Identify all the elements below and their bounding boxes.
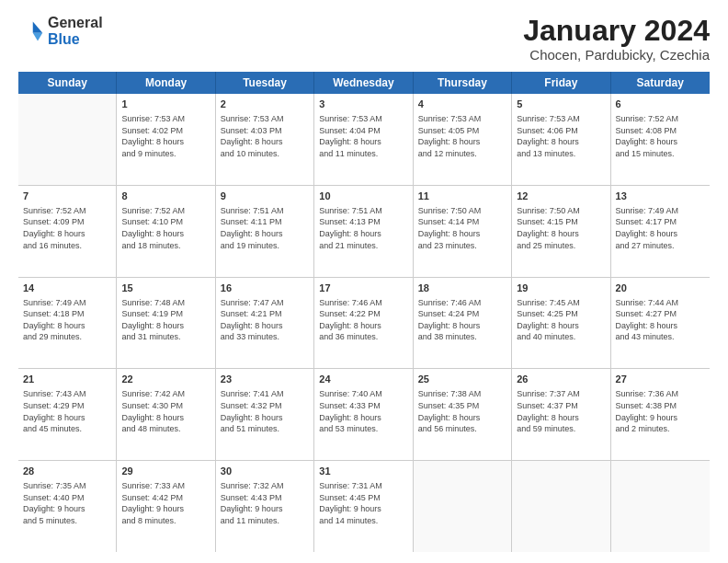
- calendar-header: SundayMondayTuesdayWednesdayThursdayFrid…: [18, 72, 710, 94]
- day-number-23: 23: [221, 373, 309, 386]
- day-info-2: Sunrise: 7:53 AM Sunset: 4:03 PM Dayligh…: [221, 113, 309, 159]
- day-number-1: 1: [121, 98, 210, 111]
- week-row-5: 28Sunrise: 7:35 AM Sunset: 4:40 PM Dayli…: [18, 461, 710, 552]
- day-info-14: Sunrise: 7:49 AM Sunset: 4:18 PM Dayligh…: [23, 297, 111, 343]
- day-cell-25: 25Sunrise: 7:38 AM Sunset: 4:35 PM Dayli…: [414, 369, 512, 460]
- day-number-17: 17: [319, 282, 407, 295]
- day-number-12: 12: [517, 190, 605, 203]
- svg-marker-0: [33, 21, 43, 32]
- day-cell-23: 23Sunrise: 7:41 AM Sunset: 4:32 PM Dayli…: [216, 369, 314, 460]
- empty-cell-4-6: [611, 461, 710, 552]
- day-cell-27: 27Sunrise: 7:36 AM Sunset: 4:38 PM Dayli…: [611, 369, 710, 460]
- day-cell-20: 20Sunrise: 7:44 AM Sunset: 4:27 PM Dayli…: [611, 278, 710, 369]
- day-cell-29: 29Sunrise: 7:33 AM Sunset: 4:42 PM Dayli…: [117, 461, 215, 552]
- day-number-15: 15: [121, 282, 210, 295]
- day-cell-28: 28Sunrise: 7:35 AM Sunset: 4:40 PM Dayli…: [18, 461, 117, 552]
- day-info-11: Sunrise: 7:50 AM Sunset: 4:14 PM Dayligh…: [418, 205, 506, 251]
- day-info-20: Sunrise: 7:44 AM Sunset: 4:27 PM Dayligh…: [616, 297, 705, 343]
- day-info-7: Sunrise: 7:52 AM Sunset: 4:09 PM Dayligh…: [23, 205, 111, 251]
- logo-general-text: General: [48, 15, 103, 31]
- day-number-20: 20: [616, 282, 705, 295]
- day-cell-11: 11Sunrise: 7:50 AM Sunset: 4:14 PM Dayli…: [414, 186, 512, 277]
- header-day-sunday: Sunday: [18, 72, 117, 94]
- day-number-16: 16: [221, 282, 309, 295]
- header-day-thursday: Thursday: [414, 72, 512, 94]
- day-cell-21: 21Sunrise: 7:43 AM Sunset: 4:29 PM Dayli…: [18, 369, 117, 460]
- day-cell-10: 10Sunrise: 7:51 AM Sunset: 4:13 PM Dayli…: [314, 186, 413, 277]
- day-number-3: 3: [319, 98, 407, 111]
- day-number-4: 4: [418, 98, 506, 111]
- day-cell-16: 16Sunrise: 7:47 AM Sunset: 4:21 PM Dayli…: [216, 278, 314, 369]
- day-number-18: 18: [418, 282, 506, 295]
- day-cell-3: 3Sunrise: 7:53 AM Sunset: 4:04 PM Daylig…: [314, 94, 413, 185]
- day-number-26: 26: [517, 373, 605, 386]
- day-cell-18: 18Sunrise: 7:46 AM Sunset: 4:24 PM Dayli…: [414, 278, 512, 369]
- day-info-4: Sunrise: 7:53 AM Sunset: 4:05 PM Dayligh…: [418, 113, 506, 159]
- calendar: SundayMondayTuesdayWednesdayThursdayFrid…: [18, 72, 710, 552]
- day-cell-15: 15Sunrise: 7:48 AM Sunset: 4:19 PM Dayli…: [117, 278, 215, 369]
- day-number-14: 14: [23, 282, 111, 295]
- day-info-19: Sunrise: 7:45 AM Sunset: 4:25 PM Dayligh…: [517, 297, 605, 343]
- day-number-30: 30: [221, 465, 309, 478]
- day-number-24: 24: [319, 373, 407, 386]
- sub-title: Chocen, Pardubicky, Czechia: [523, 47, 710, 63]
- day-info-9: Sunrise: 7:51 AM Sunset: 4:11 PM Dayligh…: [221, 205, 309, 251]
- day-info-31: Sunrise: 7:31 AM Sunset: 4:45 PM Dayligh…: [319, 480, 407, 526]
- day-number-11: 11: [418, 190, 506, 203]
- day-info-27: Sunrise: 7:36 AM Sunset: 4:38 PM Dayligh…: [616, 388, 705, 434]
- calendar-body: 1Sunrise: 7:53 AM Sunset: 4:02 PM Daylig…: [18, 94, 710, 552]
- day-cell-14: 14Sunrise: 7:49 AM Sunset: 4:18 PM Dayli…: [18, 278, 117, 369]
- week-row-1: 1Sunrise: 7:53 AM Sunset: 4:02 PM Daylig…: [18, 94, 710, 186]
- header-day-monday: Monday: [117, 72, 215, 94]
- title-block: January 2024 Chocen, Pardubicky, Czechia: [523, 15, 710, 63]
- day-cell-19: 19Sunrise: 7:45 AM Sunset: 4:25 PM Dayli…: [512, 278, 610, 369]
- week-row-4: 21Sunrise: 7:43 AM Sunset: 4:29 PM Dayli…: [18, 369, 710, 461]
- day-number-31: 31: [319, 465, 407, 478]
- day-cell-30: 30Sunrise: 7:32 AM Sunset: 4:43 PM Dayli…: [216, 461, 314, 552]
- day-number-25: 25: [418, 373, 506, 386]
- day-cell-5: 5Sunrise: 7:53 AM Sunset: 4:06 PM Daylig…: [512, 94, 610, 185]
- header: General Blue January 2024 Chocen, Pardub…: [18, 15, 710, 63]
- day-cell-9: 9Sunrise: 7:51 AM Sunset: 4:11 PM Daylig…: [216, 186, 314, 277]
- page: General Blue January 2024 Chocen, Pardub…: [0, 0, 728, 563]
- day-cell-26: 26Sunrise: 7:37 AM Sunset: 4:37 PM Dayli…: [512, 369, 610, 460]
- day-number-28: 28: [23, 465, 111, 478]
- day-info-29: Sunrise: 7:33 AM Sunset: 4:42 PM Dayligh…: [121, 480, 210, 526]
- day-info-21: Sunrise: 7:43 AM Sunset: 4:29 PM Dayligh…: [23, 388, 111, 434]
- day-number-13: 13: [616, 190, 705, 203]
- day-number-8: 8: [121, 190, 210, 203]
- day-info-3: Sunrise: 7:53 AM Sunset: 4:04 PM Dayligh…: [319, 113, 407, 159]
- day-cell-12: 12Sunrise: 7:50 AM Sunset: 4:15 PM Dayli…: [512, 186, 610, 277]
- day-info-28: Sunrise: 7:35 AM Sunset: 4:40 PM Dayligh…: [23, 480, 111, 526]
- svg-marker-1: [33, 32, 43, 40]
- day-info-23: Sunrise: 7:41 AM Sunset: 4:32 PM Dayligh…: [221, 388, 309, 434]
- empty-cell-4-4: [414, 461, 512, 552]
- day-cell-24: 24Sunrise: 7:40 AM Sunset: 4:33 PM Dayli…: [314, 369, 413, 460]
- day-number-19: 19: [517, 282, 605, 295]
- logo-text: General Blue: [48, 15, 103, 47]
- header-day-tuesday: Tuesday: [216, 72, 314, 94]
- logo: General Blue: [18, 15, 103, 47]
- header-day-friday: Friday: [512, 72, 610, 94]
- day-number-7: 7: [23, 190, 111, 203]
- day-cell-13: 13Sunrise: 7:49 AM Sunset: 4:17 PM Dayli…: [611, 186, 710, 277]
- day-cell-2: 2Sunrise: 7:53 AM Sunset: 4:03 PM Daylig…: [216, 94, 314, 185]
- day-info-5: Sunrise: 7:53 AM Sunset: 4:06 PM Dayligh…: [517, 113, 605, 159]
- day-info-10: Sunrise: 7:51 AM Sunset: 4:13 PM Dayligh…: [319, 205, 407, 251]
- day-cell-17: 17Sunrise: 7:46 AM Sunset: 4:22 PM Dayli…: [314, 278, 413, 369]
- week-row-2: 7Sunrise: 7:52 AM Sunset: 4:09 PM Daylig…: [18, 186, 710, 278]
- day-info-26: Sunrise: 7:37 AM Sunset: 4:37 PM Dayligh…: [517, 388, 605, 434]
- day-info-12: Sunrise: 7:50 AM Sunset: 4:15 PM Dayligh…: [517, 205, 605, 251]
- day-info-22: Sunrise: 7:42 AM Sunset: 4:30 PM Dayligh…: [121, 388, 210, 434]
- day-info-25: Sunrise: 7:38 AM Sunset: 4:35 PM Dayligh…: [418, 388, 506, 434]
- day-info-30: Sunrise: 7:32 AM Sunset: 4:43 PM Dayligh…: [221, 480, 309, 526]
- empty-cell-0-0: [18, 94, 117, 185]
- day-info-24: Sunrise: 7:40 AM Sunset: 4:33 PM Dayligh…: [319, 388, 407, 434]
- day-cell-7: 7Sunrise: 7:52 AM Sunset: 4:09 PM Daylig…: [18, 186, 117, 277]
- header-day-saturday: Saturday: [611, 72, 710, 94]
- svg-marker-2: [23, 21, 33, 32]
- day-info-18: Sunrise: 7:46 AM Sunset: 4:24 PM Dayligh…: [418, 297, 506, 343]
- day-cell-1: 1Sunrise: 7:53 AM Sunset: 4:02 PM Daylig…: [117, 94, 215, 185]
- day-number-10: 10: [319, 190, 407, 203]
- day-number-2: 2: [221, 98, 309, 111]
